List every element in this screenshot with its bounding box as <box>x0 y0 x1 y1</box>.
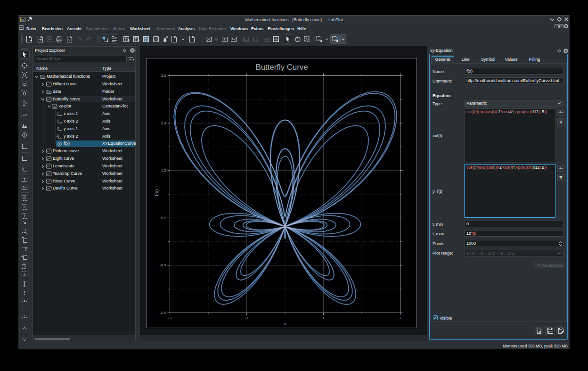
svg-text:1.3: 1.3 <box>161 168 166 173</box>
svg-text:x: x <box>284 322 286 326</box>
svg-text:f(x): f(x) <box>154 189 159 196</box>
svg-text:Butterfly Curve: Butterfly Curve <box>256 63 308 72</box>
svg-text:-0.9: -0.9 <box>160 263 166 267</box>
svg-text:1: 1 <box>337 36 339 41</box>
svg-text:2.4: 2.4 <box>161 121 166 125</box>
svg-text:-1: -1 <box>245 316 249 320</box>
svg-text:3.5: 3.5 <box>161 74 166 78</box>
svg-text:3: 3 <box>399 316 401 320</box>
svg-text:0.2: 0.2 <box>161 216 166 220</box>
svg-text:-2.0: -2.0 <box>160 311 166 315</box>
svg-text:1: 1 <box>322 316 325 320</box>
svg-text:-3: -3 <box>168 316 172 320</box>
